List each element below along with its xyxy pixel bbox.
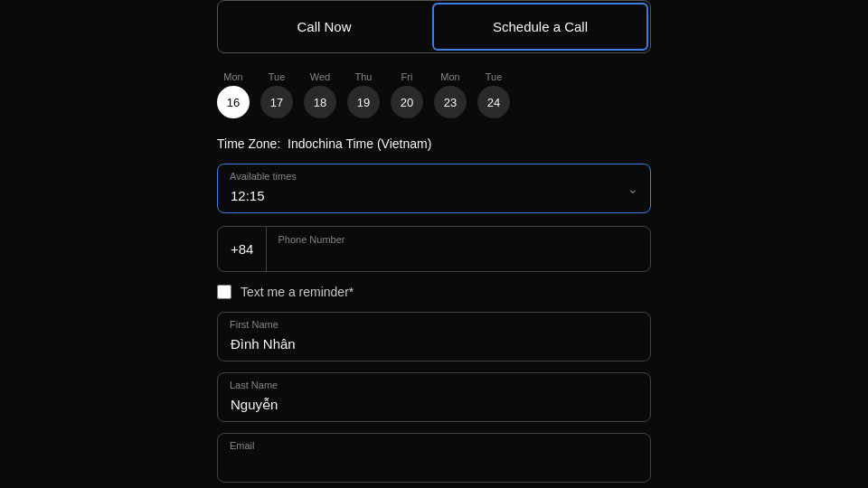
day-item: Wed18 bbox=[304, 71, 336, 118]
day-item: Tue17 bbox=[260, 71, 293, 118]
last-name-group: Last Name bbox=[217, 372, 651, 422]
reminder-checkbox[interactable] bbox=[217, 285, 231, 299]
day-label: Mon bbox=[440, 71, 459, 82]
day-item: Mon16 bbox=[217, 71, 250, 118]
reminder-label[interactable]: Text me a reminder* bbox=[241, 285, 354, 299]
timezone-label: Time Zone: bbox=[217, 136, 280, 151]
day-circle[interactable]: 23 bbox=[434, 86, 467, 118]
available-times-wrapper: Available times 12:1512:3012:4513:0013:1… bbox=[217, 164, 651, 213]
tab-group: Call Now Schedule a Call bbox=[217, 0, 651, 53]
last-name-input[interactable] bbox=[217, 372, 651, 422]
timezone-value: Indochina Time (Vietnam) bbox=[288, 136, 431, 151]
day-circle[interactable]: 16 bbox=[217, 86, 250, 118]
available-times-select[interactable]: 12:1512:3012:4513:0013:1513:30 bbox=[217, 164, 651, 213]
day-circle[interactable]: 24 bbox=[477, 86, 510, 118]
day-circle[interactable]: 17 bbox=[260, 86, 293, 118]
day-circle[interactable]: 18 bbox=[304, 86, 336, 118]
phone-input-wrapper: Phone Number bbox=[267, 227, 650, 271]
day-label: Tue bbox=[486, 71, 503, 82]
day-circle[interactable]: 19 bbox=[347, 86, 380, 118]
day-label: Tue bbox=[269, 71, 286, 82]
day-circle[interactable]: 20 bbox=[391, 86, 423, 118]
day-item: Fri20 bbox=[391, 71, 423, 118]
phone-row: +84 Phone Number bbox=[217, 226, 651, 272]
tab-schedule-call[interactable]: Schedule a Call bbox=[432, 3, 648, 51]
day-item: Tue24 bbox=[477, 71, 510, 118]
day-label: Thu bbox=[355, 71, 373, 82]
day-label: Fri bbox=[401, 71, 413, 82]
email-group: Email bbox=[217, 433, 651, 483]
day-label: Wed bbox=[310, 71, 330, 82]
phone-input[interactable] bbox=[267, 227, 650, 271]
email-input[interactable] bbox=[217, 433, 651, 483]
day-item: Mon23 bbox=[434, 71, 467, 118]
tab-call-now[interactable]: Call Now bbox=[218, 1, 430, 52]
timezone-row: Time Zone: Indochina Time (Vietnam) bbox=[217, 136, 651, 151]
day-picker: Mon16Tue17Wed18Thu19Fri20Mon23Tue24 bbox=[217, 71, 651, 118]
phone-prefix: +84 bbox=[218, 227, 267, 271]
day-item: Thu19 bbox=[347, 71, 380, 118]
day-label: Mon bbox=[223, 71, 242, 82]
first-name-group: First Name bbox=[217, 312, 651, 361]
reminder-row: Text me a reminder* bbox=[217, 285, 651, 299]
first-name-input[interactable] bbox=[217, 312, 651, 361]
